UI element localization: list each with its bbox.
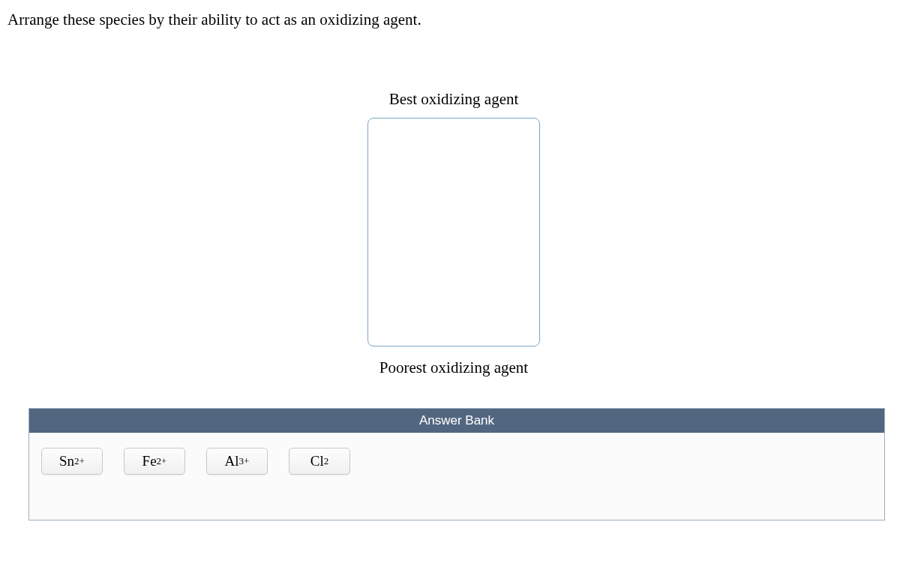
ranking-drop-zone[interactable] <box>368 118 540 346</box>
species-tile-fe[interactable]: Fe2+ <box>124 448 185 475</box>
poorest-oxidizing-label: Poorest oxidizing agent <box>380 358 528 377</box>
best-oxidizing-label: Best oxidizing agent <box>389 90 519 109</box>
species-tile-al[interactable]: Al3+ <box>206 448 268 475</box>
species-tile-sn[interactable]: Sn2+ <box>41 448 103 475</box>
species-base: Sn <box>59 453 74 470</box>
species-base: Cl <box>310 453 324 470</box>
answer-bank: Answer Bank Sn2+ Fe2+ Al3+ Cl2 <box>28 408 885 520</box>
species-base: Al <box>225 453 239 470</box>
answer-bank-header: Answer Bank <box>29 409 884 433</box>
species-tile-cl2[interactable]: Cl2 <box>289 448 350 475</box>
species-base: Fe <box>142 453 157 470</box>
question-prompt: Arrange these species by their ability t… <box>0 0 900 40</box>
answer-bank-body[interactable]: Sn2+ Fe2+ Al3+ Cl2 <box>29 433 884 520</box>
ranking-area: Best oxidizing agent Poorest oxidizing a… <box>368 90 540 377</box>
